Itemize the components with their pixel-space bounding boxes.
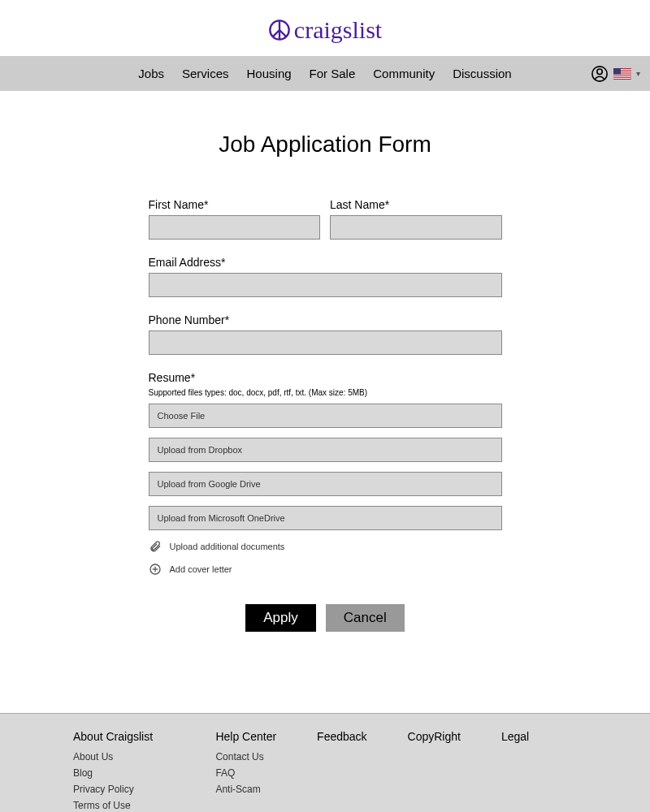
nav-item-community[interactable]: Community — [373, 67, 435, 80]
chevron-down-icon[interactable]: ▾ — [636, 69, 640, 78]
footer-link-contact[interactable]: Contact Us — [215, 751, 276, 762]
last-name-label: Last Name* — [330, 198, 502, 211]
first-name-group: First Name* — [149, 198, 321, 240]
svg-line-3 — [280, 30, 286, 37]
phone-label: Phone Number* — [149, 313, 502, 326]
nav-items: Jobs Services Housing For Sale Community… — [138, 67, 511, 80]
svg-rect-12 — [613, 77, 631, 78]
footer-heading-help: Help Center — [215, 730, 276, 743]
footer-col-legal: Legal — [501, 730, 529, 812]
footer-link-faq[interactable]: FAQ — [215, 767, 276, 779]
footer-col-feedback: Feedback — [317, 730, 366, 812]
additional-docs-text: Upload additional documents — [170, 542, 285, 551]
apply-button[interactable]: Apply — [245, 604, 316, 632]
svg-rect-11 — [613, 76, 631, 76]
last-name-group: Last Name* — [330, 198, 502, 240]
additional-docs-option[interactable]: Upload additional documents — [149, 540, 502, 553]
footer-col-about: About Craigslist About Us Blog Privacy P… — [73, 730, 175, 812]
peace-icon — [268, 19, 291, 41]
svg-rect-13 — [613, 68, 621, 75]
form-container: First Name* Last Name* Email Address* Ph… — [149, 198, 502, 632]
nav-item-discussion[interactable]: Discussion — [453, 67, 512, 80]
upload-dropbox-button[interactable]: Upload from Dropbox — [149, 438, 502, 462]
nav-bar: Jobs Services Housing For Sale Community… — [0, 56, 650, 91]
footer-col-help: Help Center Contact Us FAQ Anti-Scam — [215, 730, 276, 812]
footer-link-terms[interactable]: Terms of Use — [73, 800, 175, 811]
footer-copyright[interactable]: CopyRight — [408, 730, 461, 743]
upload-gdrive-button[interactable]: Upload from Google Drive — [149, 472, 502, 496]
cover-letter-option[interactable]: Add cover letter — [149, 563, 502, 576]
email-group: Email Address* — [149, 256, 502, 297]
email-label: Email Address* — [149, 256, 502, 269]
first-name-label: First Name* — [149, 198, 321, 211]
nav-item-services[interactable]: Services — [182, 67, 229, 80]
choose-file-button[interactable]: Choose File — [149, 404, 502, 428]
first-name-input[interactable] — [149, 215, 321, 240]
upload-onedrive-button[interactable]: Upload from Microsoft OneDrive — [149, 506, 502, 530]
logo[interactable]: craigslist — [268, 16, 382, 44]
footer-heading-about: About Craigslist — [73, 730, 175, 743]
footer-feedback[interactable]: Feedback — [317, 730, 366, 743]
nav-item-jobs[interactable]: Jobs — [138, 67, 164, 80]
svg-line-2 — [273, 30, 280, 37]
footer-link-aboutus[interactable]: About Us — [73, 751, 175, 762]
resume-label: Resume* — [149, 371, 502, 384]
nav-item-forsale[interactable]: For Sale — [310, 67, 356, 80]
resume-section: Resume* Supported files types: doc, docx… — [149, 371, 502, 576]
footer-link-antiscam[interactable]: Anti-Scam — [215, 784, 276, 795]
resume-hint: Supported files types: doc, docx, pdf, r… — [149, 388, 502, 397]
footer: About Craigslist About Us Blog Privacy P… — [0, 713, 650, 812]
footer-legal[interactable]: Legal — [501, 730, 529, 743]
nav-item-housing[interactable]: Housing — [247, 67, 292, 80]
form-actions: Apply Cancel — [149, 604, 502, 632]
cancel-button[interactable]: Cancel — [326, 604, 405, 632]
phone-input[interactable] — [149, 330, 502, 355]
phone-group: Phone Number* — [149, 313, 502, 355]
footer-link-privacy[interactable]: Privacy Policy — [73, 784, 175, 795]
footer-inner: About Craigslist About Us Blog Privacy P… — [73, 730, 577, 812]
footer-col-copyright: CopyRight — [408, 730, 461, 812]
main: Job Application Form First Name* Last Na… — [0, 91, 650, 680]
cover-letter-text: Add cover letter — [170, 564, 232, 574]
logo-text: craigslist — [294, 16, 382, 44]
svg-point-5 — [597, 69, 602, 74]
svg-rect-10 — [613, 74, 631, 75]
paperclip-icon — [149, 540, 162, 553]
account-icon[interactable] — [591, 65, 609, 83]
nav-right: ▾ — [591, 65, 640, 83]
page-title: Job Application Form — [0, 132, 650, 158]
flag-us-icon[interactable] — [613, 68, 631, 80]
plus-circle-icon — [149, 563, 162, 576]
last-name-input[interactable] — [330, 215, 502, 240]
header: craigslist — [0, 0, 650, 56]
footer-link-blog[interactable]: Blog — [73, 767, 175, 779]
email-input[interactable] — [149, 273, 502, 297]
